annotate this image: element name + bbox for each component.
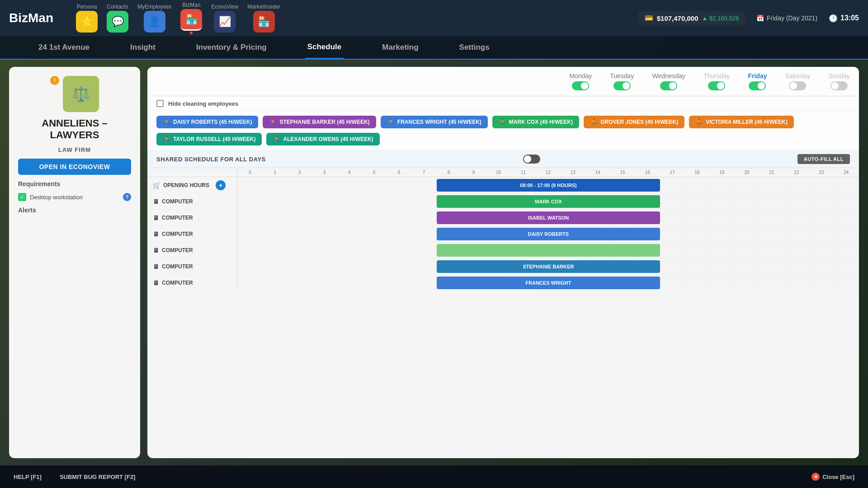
emp-tag-taylor-russell[interactable]: 🏃 TAYLOR RUSSELL (45 H/WEEK) <box>156 133 262 145</box>
frances-wright-block[interactable]: FRANCES WRIGHT <box>437 277 660 289</box>
econoview-icon[interactable]: 📈 <box>214 11 236 33</box>
day-tuesday[interactable]: Tuesday <box>610 72 634 90</box>
day-sunday[interactable]: Sunday <box>829 72 850 90</box>
day-toggle-saturday[interactable] <box>789 81 806 90</box>
day-friday[interactable]: Friday <box>748 72 767 90</box>
cell <box>263 275 288 291</box>
emp-tag-grover-jones[interactable]: 🏃 GROVER JONES (45 H/WEEK) <box>584 116 684 128</box>
cell <box>710 275 735 291</box>
day-name-friday: Friday <box>748 72 767 80</box>
day-toggle-thursday[interactable] <box>708 81 725 90</box>
bug-report-button[interactable]: SUBMIT BUG REPORT [F2] <box>60 474 136 480</box>
marketinsider-icon[interactable]: 🏪 <box>253 11 275 33</box>
clock-icon: 🕐 <box>829 14 838 23</box>
schedule-grid-container[interactable]: 0 1 2 3 4 5 6 7 8 9 10 11 12 13 <box>147 168 859 458</box>
cell <box>784 258 809 275</box>
cell <box>238 242 263 258</box>
cell <box>685 193 710 210</box>
computer-text-1: COMPUTER <box>162 198 193 205</box>
day-monday[interactable]: Monday <box>569 72 592 90</box>
emp-tag-daisy-roberts[interactable]: 🏃 DAISY ROBERTS (45 H/WEEK) <box>156 116 258 128</box>
emp-tag-mark-cox[interactable]: 🏃 MARK COX (45 H/WEEK) <box>492 116 579 128</box>
cell <box>288 242 312 258</box>
day-toggle-monday[interactable] <box>572 81 589 90</box>
hour-21: 21 <box>760 168 784 177</box>
stephanie-barker-block[interactable]: STEPHANIE BARKER <box>437 260 660 273</box>
hide-cleaning-checkbox[interactable] <box>156 100 164 107</box>
hour-1: 1 <box>263 168 288 177</box>
cell <box>784 193 809 210</box>
cell <box>238 177 263 193</box>
hour-18: 18 <box>685 168 710 177</box>
mark-cox-block[interactable]: MARK COX <box>437 195 660 208</box>
help-button[interactable]: HELP [F1] <box>14 474 42 480</box>
computer-icon-4: 🖥 <box>153 247 159 254</box>
add-opening-hours-button[interactable]: + <box>216 180 226 190</box>
cell <box>337 177 362 193</box>
cell <box>412 275 437 291</box>
cell <box>760 258 784 275</box>
cell <box>312 242 337 258</box>
sec-nav-marketing[interactable]: Marketing <box>380 36 420 59</box>
persona-icon[interactable]: ⭐ <box>76 11 98 33</box>
shared-toggle[interactable] <box>523 155 540 164</box>
sec-nav-inventory-pricing[interactable]: Inventory & Pricing <box>194 36 269 59</box>
cell <box>387 242 412 258</box>
shared-schedule-bar: SHARED SCHEDULE FOR ALL DAYS AUTO-FILL A… <box>147 150 859 168</box>
cell <box>387 226 412 242</box>
cell <box>710 210 735 226</box>
sec-nav-settings[interactable]: Settings <box>457 36 492 59</box>
day-name-wednesday: Wednesday <box>652 72 685 80</box>
day-wednesday[interactable]: Wednesday <box>652 72 685 90</box>
opening-hours-block[interactable]: 08:00 - 17:00 (9 HOURS) <box>437 179 660 192</box>
nav-label-bizman: BizMan <box>182 2 200 8</box>
nav-item-myemployees[interactable]: MyEmployees 👤 <box>137 4 171 33</box>
cell <box>660 258 685 275</box>
emp-tag-frances-wright[interactable]: 🏃 FRANCES WRIGHT (45 H/WEEK) <box>381 116 488 128</box>
emp-tag-alexander-owens[interactable]: 🏃 ALEXANDER OWENS (45 H/WEEK) <box>266 133 379 145</box>
sec-nav-insight[interactable]: Insight <box>128 36 158 59</box>
day-thursday[interactable]: Thursday <box>703 72 730 90</box>
day-toggle-wednesday[interactable] <box>660 81 677 90</box>
cell <box>660 193 685 210</box>
nav-item-contacts[interactable]: Contacts 💬 <box>107 4 128 33</box>
cell <box>735 177 760 193</box>
myemployees-icon[interactable]: 👤 <box>144 11 165 33</box>
day-saturday[interactable]: Saturday <box>785 72 810 90</box>
nav-item-marketinsider[interactable]: MarketInsider 🏪 <box>247 4 280 33</box>
hour-12: 12 <box>536 168 561 177</box>
bizman-icon[interactable]: 🏪 <box>180 9 202 31</box>
contacts-icon[interactable]: 💬 <box>107 11 128 33</box>
row4-block[interactable] <box>437 244 660 257</box>
nav-item-econoview[interactable]: EconoView 📈 <box>211 4 238 33</box>
nav-item-persona[interactable]: Persona ⭐ <box>76 4 98 33</box>
day-toggle-friday[interactable] <box>749 81 766 90</box>
cell <box>834 258 859 275</box>
sec-nav-schedule[interactable]: Schedule <box>305 36 344 59</box>
isabel-watson-block[interactable]: ISABEL WATSON <box>437 211 660 224</box>
close-button[interactable]: ✕ Close [Esc] <box>811 473 854 481</box>
cell <box>660 210 685 226</box>
hour-16: 16 <box>635 168 660 177</box>
emp-tag-victoria-miller[interactable]: 🏃 VICTORIA MILLER (45 H/WEEK) <box>689 116 794 128</box>
emp-tag-stephanie-barker[interactable]: 🏃 STEPHANIE BARKER (45 H/WEEK) <box>263 116 376 128</box>
cell <box>685 226 710 242</box>
cell <box>412 177 437 193</box>
nav-item-bizman[interactable]: BizMan 🏪 <box>180 2 202 34</box>
open-in-econoview-button[interactable]: OPEN IN ECONOVIEW <box>18 159 131 175</box>
computer-3-cells: DAISY ROBERTS <box>238 226 859 242</box>
cell <box>735 226 760 242</box>
auto-fill-button[interactable]: AUTO-FILL ALL <box>797 154 850 164</box>
cell <box>238 275 263 291</box>
calendar-icon: 📅 <box>756 14 764 22</box>
day-toggle-tuesday[interactable] <box>613 81 631 90</box>
req-help-icon[interactable]: ? <box>123 193 131 201</box>
day-toggle-sunday[interactable] <box>830 81 848 90</box>
topbar-right: 💳 $107,470,000 ▲ $2,160,529 📅 Friday (Da… <box>638 11 859 25</box>
emp-icon: 🏃 <box>499 118 506 126</box>
cell <box>412 242 437 258</box>
computer-text-3: COMPUTER <box>162 231 193 237</box>
sec-nav-24-1st-avenue[interactable]: 24 1st Avenue <box>36 36 92 59</box>
bizman-dot <box>190 32 193 34</box>
daisy-roberts-block[interactable]: DAISY ROBERTS <box>437 228 660 240</box>
